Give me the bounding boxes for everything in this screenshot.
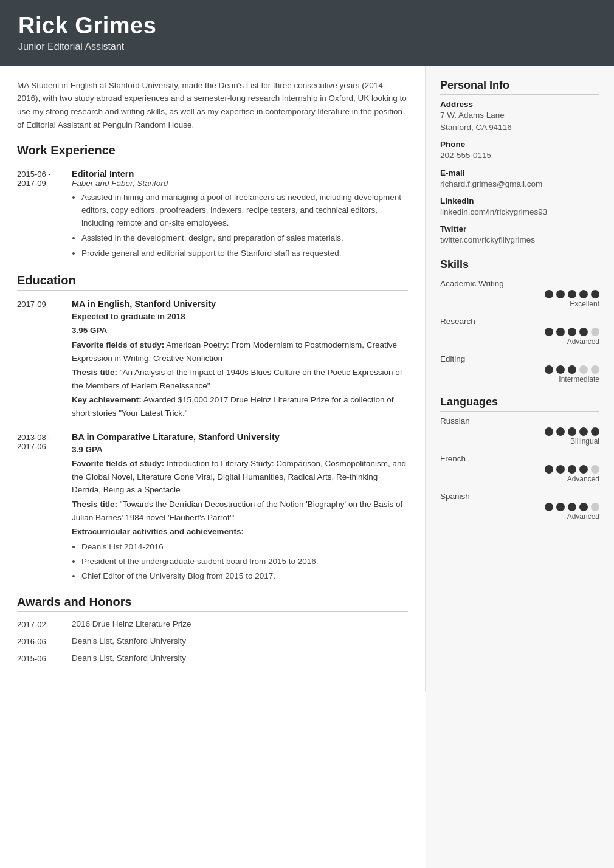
lang-dots-container-0 (545, 427, 599, 436)
edu-content-1: BA in Comparative Litarature, Stanford U… (72, 432, 408, 585)
dot-0-3 (579, 290, 588, 298)
lang-dot-2-1 (556, 503, 565, 511)
work-experience-title: Work Experience (17, 143, 408, 160)
twitter-label: Twitter (440, 224, 599, 233)
lang-dot-0-0 (545, 427, 553, 436)
sidebar: Personal Info Address 7 W. Adams Lane St… (426, 66, 614, 868)
edu-sub-1-3: Extracurricular activities and achieveme… (72, 525, 408, 539)
address-label: Address (440, 100, 599, 109)
phone-label: Phone (440, 140, 599, 149)
dot-2-0 (545, 365, 553, 374)
award-item-0: 2017-02 2016 Drue Heinz Literature Prize (17, 619, 408, 629)
skill-name-0: Academic Writing (440, 279, 599, 288)
edu-sub-1-1: Favorite fields of study: Introduction t… (72, 457, 408, 497)
skill-level-1: Advanced (567, 337, 599, 346)
dot-0-4 (591, 290, 599, 298)
lang-dots-1: Advanced (440, 465, 599, 483)
skill-name-2: Editing (440, 354, 599, 363)
twitter-value: twitter.com/rickyfillygrimes (440, 234, 599, 246)
exp-date-0: 2015-06 -2017-09 (17, 169, 72, 263)
personal-info-section: Personal Info Address 7 W. Adams Lane St… (440, 79, 599, 247)
lang-dots-0: Billingual (440, 427, 599, 446)
education-section: Education 2017-09 MA in English, Stanfor… (17, 274, 408, 585)
languages-section: Languages Russian Billingual French (440, 396, 599, 521)
lang-row-2: Spanish Advanced (440, 492, 599, 521)
address-line2: Stanford, CA 94116 (440, 122, 599, 134)
languages-title: Languages (440, 396, 599, 412)
lang-dot-0-3 (579, 427, 588, 436)
lang-level-0: Billingual (570, 437, 599, 446)
dots-container-1 (545, 328, 599, 336)
edu-date-1: 2013-08 -2017-06 (17, 432, 72, 585)
lang-dot-2-2 (568, 503, 576, 511)
lang-dot-1-2 (568, 465, 576, 474)
dot-1-0 (545, 328, 553, 336)
skill-dots-1: Advanced (440, 328, 599, 346)
edu-sub-0-1: 3.95 GPA (72, 324, 408, 337)
award-text-0: 2016 Drue Heinz Literature Prize (72, 619, 191, 629)
lang-dot-2-3 (579, 503, 588, 511)
awards-section: Awards and Honors 2017-02 2016 Drue Hein… (17, 595, 408, 663)
lang-dot-0-4 (591, 427, 599, 436)
dot-1-4 (591, 328, 599, 336)
dot-1-1 (556, 328, 565, 336)
lang-dots-container-1 (545, 465, 599, 474)
linkedin-label: LinkedIn (440, 196, 599, 205)
lang-dot-2-4 (591, 503, 599, 511)
lang-level-2: Advanced (567, 512, 599, 521)
header: Rick Grimes Junior Editorial Assistant (0, 0, 614, 66)
exp-content-0: Editorial Intern Faber and Faber, Stanfo… (72, 169, 408, 263)
skill-row-2: Editing Intermediate (440, 354, 599, 384)
lang-dot-1-1 (556, 465, 565, 474)
summary: MA Student in English at Stanford Univer… (17, 79, 408, 131)
edu-content-0: MA in English, Stanford University Expec… (72, 299, 408, 421)
award-date-2: 2015-06 (17, 653, 72, 663)
dot-2-2 (568, 365, 576, 374)
skill-name-1: Research (440, 317, 599, 326)
lang-dot-0-2 (568, 427, 576, 436)
lang-dot-1-0 (545, 465, 553, 474)
exp-item-0: 2015-06 -2017-09 Editorial Intern Faber … (17, 169, 408, 263)
address-line1: 7 W. Adams Lane (440, 109, 599, 122)
dot-2-4 (591, 365, 599, 374)
dot-2-1 (556, 365, 565, 374)
skill-row-1: Research Advanced (440, 317, 599, 346)
edu-bullet-1-1: President of the undergraduate student b… (81, 556, 408, 568)
twitter-block: Twitter twitter.com/rickyfillygrimes (440, 224, 599, 246)
edu-bullet-1-2: Chief Editor of the University Blog from… (81, 570, 408, 583)
phone-value: 202-555-0115 (440, 150, 599, 162)
exp-bullet-0-0: Assisted in hiring and managing a pool o… (81, 191, 408, 230)
exp-company-0: Faber and Faber, Stanford (72, 179, 408, 188)
dot-2-3 (579, 365, 588, 374)
dots-container-2 (545, 365, 599, 374)
skills-section: Skills Academic Writing Excellent Resear… (440, 258, 599, 384)
dot-1-3 (579, 328, 588, 336)
edu-degree-1: BA in Comparative Litarature, Stanford U… (72, 432, 408, 442)
lang-name-1: French (440, 454, 599, 463)
lang-dots-container-2 (545, 503, 599, 511)
email-block: E-mail richard.f.grimes@gmail.com (440, 168, 599, 190)
award-item-2: 2015-06 Dean's List, Stanford University (17, 653, 408, 663)
awards-title: Awards and Honors (17, 595, 408, 612)
address-block: Address 7 W. Adams Lane Stanford, CA 941… (440, 100, 599, 134)
skill-level-0: Excellent (570, 300, 599, 308)
edu-item-1: 2013-08 -2017-06 BA in Comparative Litar… (17, 432, 408, 585)
lang-dot-1-4 (591, 465, 599, 474)
main-column: MA Student in English at Stanford Univer… (0, 66, 426, 693)
lang-row-0: Russian Billingual (440, 416, 599, 446)
dot-0-1 (556, 290, 565, 298)
email-value: richard.f.grimes@gmail.com (440, 178, 599, 190)
award-item-1: 2016-06 Dean's List, Stanford University (17, 636, 408, 646)
header-title: Junior Editorial Assistant (18, 41, 596, 52)
edu-item-0: 2017-09 MA in English, Stanford Universi… (17, 299, 408, 421)
skill-dots-0: Excellent (440, 290, 599, 308)
header-name: Rick Grimes (18, 13, 596, 39)
award-text-2: Dean's List, Stanford University (72, 653, 186, 663)
award-text-1: Dean's List, Stanford University (72, 636, 186, 646)
body-wrapper: MA Student in English at Stanford Univer… (0, 66, 614, 868)
lang-level-1: Advanced (567, 475, 599, 483)
exp-role-0: Editorial Intern (72, 169, 408, 179)
lang-dots-2: Advanced (440, 503, 599, 521)
edu-sub-0-2: Favorite fields of study: American Poetr… (72, 339, 408, 365)
education-title: Education (17, 274, 408, 291)
